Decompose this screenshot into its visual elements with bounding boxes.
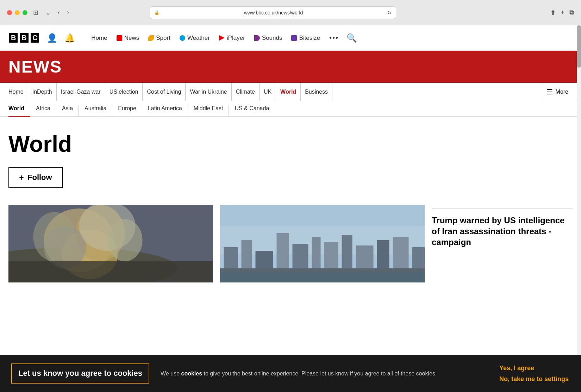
traffic-lights	[7, 10, 27, 15]
page-title: World	[8, 131, 573, 157]
sidebar-toggle-button[interactable]: ⊞	[32, 7, 40, 18]
scrollbar[interactable]	[577, 25, 581, 392]
article-card-2[interactable]	[220, 205, 425, 282]
sec-nav-us-election[interactable]: US election	[105, 83, 143, 101]
user-icon[interactable]: 👤	[47, 33, 57, 43]
bbc-header: B B C 👤 🔔 Home News Sport Weather iPlaye…	[0, 25, 581, 51]
article-image-explosion	[8, 205, 213, 282]
sec-nav-war-ukraine[interactable]: War in Ukraine	[186, 83, 231, 101]
bitesize-icon	[291, 35, 297, 41]
bbc-logo[interactable]: B B C	[8, 32, 40, 43]
sub-nav-latin-america[interactable]: Latin America	[142, 105, 188, 116]
sub-nav-europe[interactable]: Europe	[112, 105, 142, 116]
sec-nav-business[interactable]: Business	[301, 83, 332, 101]
cookie-title-box: Let us know you agree to cookies	[11, 363, 149, 384]
search-button[interactable]: 🔍	[344, 31, 359, 45]
follow-label: Follow	[27, 173, 52, 182]
share-button[interactable]: ⬆	[550, 9, 556, 17]
nav-iplayer[interactable]: iPlayer	[215, 32, 249, 44]
svg-rect-9	[8, 261, 213, 282]
sec-nav-world[interactable]: World	[276, 83, 301, 101]
iplayer-icon	[219, 35, 225, 41]
sidebar-chevron-button[interactable]: ⌄	[44, 7, 52, 18]
svg-rect-25	[220, 272, 425, 282]
cookie-yes-button[interactable]: Yes, I agree	[499, 365, 570, 372]
sec-nav-more-label: More	[556, 89, 568, 95]
cookie-banner: Let us know you agree to cookies We use …	[0, 355, 581, 392]
svg-point-7	[107, 219, 143, 261]
sec-nav-home[interactable]: Home	[8, 83, 28, 101]
sub-nav-middle-east[interactable]: Middle East	[188, 105, 229, 116]
cookie-actions: Yes, I agree No, take me to settings	[499, 365, 570, 383]
nav-weather[interactable]: Weather	[176, 32, 213, 44]
sec-nav-more[interactable]: ☰ More	[542, 83, 573, 101]
bell-icon[interactable]: 🔔	[64, 33, 75, 43]
cookie-no-button[interactable]: No, take me to settings	[499, 375, 570, 383]
new-tab-button[interactable]: +	[561, 9, 564, 16]
cookie-body-text: We use cookies to give you the best onli…	[161, 371, 488, 377]
page-content: World + Follow	[0, 117, 581, 291]
sport-icon	[148, 35, 154, 41]
sub-nav-australia[interactable]: Australia	[79, 105, 112, 116]
nav-home[interactable]: Home	[88, 32, 111, 44]
browser-chrome: ⊞ ⌄ ‹ › 🔒 www.bbc.co.uk/news/world ↻ ⬆ +…	[0, 0, 581, 25]
bbc-logo-b1: B	[8, 32, 18, 43]
nav-bitesize[interactable]: Bitesize	[288, 32, 324, 44]
maximize-button[interactable]	[23, 10, 27, 15]
sub-nav-asia[interactable]: Asia	[56, 105, 79, 116]
sec-nav-cost-of-living[interactable]: Cost of Living	[143, 83, 186, 101]
news-icon	[117, 35, 122, 41]
follow-plus-icon: +	[19, 173, 24, 182]
nav-news[interactable]: News	[113, 32, 143, 44]
scrollbar-thumb[interactable]	[577, 25, 581, 68]
news-banner: NEWS	[0, 51, 581, 83]
nav-weather-label: Weather	[187, 35, 210, 42]
nav-iplayer-label: iPlayer	[227, 35, 245, 42]
close-button[interactable]	[7, 10, 12, 15]
sub-nav-world[interactable]: World	[8, 105, 30, 117]
article-divider	[432, 209, 573, 209]
sub-nav: World Africa Asia Australia Europe Latin…	[0, 101, 581, 117]
sec-nav-israel-gaza[interactable]: Israel-Gaza war	[57, 83, 105, 101]
nav-sounds[interactable]: Sounds	[251, 32, 286, 44]
hamburger-icon: ☰	[546, 88, 553, 96]
browser-actions: ⬆ + ⧉	[550, 9, 574, 17]
article-image-city	[220, 205, 425, 282]
nav-bitesize-label: Bitesize	[299, 35, 320, 42]
address-bar[interactable]: 🔒 www.bbc.co.uk/news/world ↻	[150, 6, 396, 19]
nav-sport-label: Sport	[156, 35, 170, 42]
sub-nav-africa[interactable]: Africa	[30, 105, 56, 116]
tabs-button[interactable]: ⧉	[569, 9, 574, 16]
sec-nav-indepth[interactable]: InDepth	[28, 83, 57, 101]
back-button[interactable]: ‹	[56, 7, 61, 18]
bbc-logo-c: C	[30, 32, 40, 43]
secondary-nav: Home InDepth Israel-Gaza war US election…	[0, 83, 581, 101]
sec-nav-climate[interactable]: Climate	[232, 83, 260, 101]
article-side-panel: Trump warned by US intelligence of Iran …	[432, 205, 573, 248]
nav-news-label: News	[124, 35, 139, 42]
cookie-title: Let us know you agree to cookies	[18, 369, 142, 378]
weather-icon	[180, 35, 185, 41]
articles-grid: Trump warned by US intelligence of Iran …	[8, 205, 573, 282]
cookies-bold: cookies	[181, 371, 202, 377]
side-article-title[interactable]: Trump warned by US intelligence of Iran …	[432, 215, 573, 248]
follow-button[interactable]: + Follow	[8, 167, 63, 188]
sub-nav-us-canada[interactable]: US & Canada	[229, 105, 275, 116]
nav-sport[interactable]: Sport	[145, 32, 174, 44]
nav-home-label: Home	[91, 35, 107, 42]
news-banner-title: NEWS	[8, 57, 62, 76]
bbc-logo-b2: B	[19, 32, 29, 43]
svg-point-8	[33, 212, 76, 261]
sec-nav-uk[interactable]: UK	[260, 83, 276, 101]
url-text: www.bbc.co.uk/news/world	[162, 10, 385, 15]
sounds-icon	[254, 35, 260, 41]
main-nav: Home News Sport Weather iPlayer Sounds B…	[88, 31, 359, 45]
nav-more-button[interactable]: •••	[326, 32, 342, 44]
nav-sounds-label: Sounds	[262, 35, 282, 42]
minimize-button[interactable]	[15, 10, 20, 15]
lock-icon: 🔒	[154, 10, 160, 15]
article-card-1[interactable]	[8, 205, 213, 282]
reload-button[interactable]: ↻	[387, 10, 392, 15]
forward-button[interactable]: ›	[65, 7, 70, 18]
